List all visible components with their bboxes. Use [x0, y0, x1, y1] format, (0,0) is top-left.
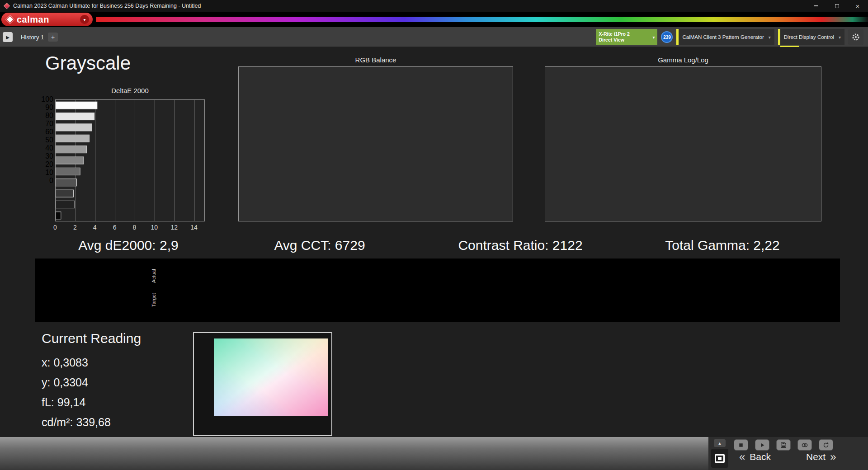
- category-label: 30: [31, 152, 53, 160]
- restore-button[interactable]: [826, 0, 847, 12]
- gamma-plot: [545, 66, 821, 221]
- x-tick-label: 0: [53, 224, 57, 231]
- stat-contrast-ratio: Contrast Ratio: 2122: [458, 238, 582, 253]
- play-button[interactable]: [755, 439, 769, 451]
- deltae-bar-chart: DeltaE 2000 1009080706050403020100 02468…: [24, 87, 213, 236]
- deltae-bar-100: [56, 102, 97, 109]
- add-tab-button[interactable]: +: [48, 33, 58, 42]
- gamma-chart: Gamma Log/Log: [527, 56, 827, 235]
- tab-history-1[interactable]: History 1: [16, 27, 48, 47]
- reading-cdm2: cd/m²: 339,68: [42, 416, 141, 436]
- logo-dropdown-button[interactable]: ▾: [80, 15, 89, 24]
- deltae-x-axis: 02468101214: [55, 223, 205, 232]
- pattern-bar: ▲: [0, 437, 868, 470]
- deltae-bar-0: [56, 212, 61, 219]
- display-control-selector[interactable]: Direct Display Control ▾: [778, 29, 844, 45]
- refresh-button[interactable]: [819, 439, 833, 451]
- tab-bar: ▶ History 1 + X-Rite i1Pro 2 Direct View…: [0, 27, 868, 47]
- stop-button[interactable]: [734, 439, 748, 451]
- minimize-button[interactable]: [806, 0, 826, 12]
- deltae-category-axis: 1009080706050403020100: [31, 99, 53, 221]
- play-icon: [758, 441, 766, 449]
- meter-selector[interactable]: X-Rite i1Pro 2 Direct View ▾: [596, 29, 657, 45]
- calman-window: Calman 2023 Calman Ultimate for Business…: [0, 0, 868, 470]
- gear-icon: [851, 33, 860, 42]
- window-title: Calman 2023 Calman Ultimate for Business…: [13, 3, 201, 9]
- back-chevrons-icon: «: [739, 451, 745, 463]
- back-button[interactable]: « Back: [739, 451, 771, 463]
- deltae-plot: [55, 99, 205, 221]
- gamma-chart-title: Gamma Log/Log: [545, 56, 821, 64]
- next-chevrons-icon: »: [830, 451, 836, 463]
- brand-bar: calman ▾: [0, 12, 868, 27]
- category-label: 70: [31, 120, 53, 128]
- x-tick-label: 10: [151, 224, 158, 231]
- calman-logo-text: calman: [17, 14, 49, 25]
- rgb-balance-chart: RGB Balance: [220, 56, 519, 235]
- refresh-icon: [822, 441, 830, 449]
- display-control-label: Direct Display Control: [784, 34, 834, 40]
- monitor-icon: [715, 454, 725, 463]
- deltae-bar-60: [56, 146, 87, 153]
- meter-name: X-Rite i1Pro 2: [599, 31, 629, 37]
- reading-y: y: 0,3304: [42, 376, 141, 396]
- next-button[interactable]: Next »: [806, 451, 836, 463]
- deltae-chart-title: DeltaE 2000: [55, 87, 205, 94]
- chevron-down-icon: ▾: [652, 35, 655, 40]
- close-icon: ×: [856, 3, 860, 9]
- deltae-bar-40: [56, 168, 80, 175]
- category-label: 60: [31, 128, 53, 136]
- pattern-window-button[interactable]: [711, 449, 728, 468]
- category-label: 90: [31, 103, 53, 112]
- stat-avg-cct: Avg CCT: 6729: [274, 238, 365, 253]
- calman-logo-menu[interactable]: calman ▾: [1, 13, 93, 26]
- stat-total-gamma: Total Gamma: 2,22: [665, 238, 779, 253]
- restore-icon: [835, 4, 839, 8]
- x-tick-label: 14: [190, 224, 198, 231]
- deltae-bar-90: [56, 113, 94, 120]
- expand-panel-button[interactable]: ▲: [714, 439, 726, 447]
- x-tick-label: 2: [73, 224, 77, 231]
- gamma-x-axis: [545, 223, 821, 232]
- pattern-generator-selector[interactable]: CalMAN Client 3 Pattern Generator ▾: [676, 29, 774, 45]
- deltae-bar-30: [56, 179, 76, 186]
- titlebar: Calman 2023 Calman Ultimate for Business…: [0, 0, 868, 12]
- bottom-controls: ▲: [708, 437, 868, 470]
- spectrum-strip: [96, 17, 868, 22]
- category-label: 80: [31, 112, 53, 120]
- reading-fl: fL: 99,14: [42, 396, 141, 416]
- link-button[interactable]: [797, 439, 812, 451]
- deltae-bar-50: [56, 157, 84, 164]
- cie-chromaticity-chart: [193, 332, 332, 436]
- current-reading-panel: Current Reading x: 0,3083 y: 0,3304 fL: …: [42, 331, 141, 436]
- x-tick-label: 12: [170, 224, 178, 231]
- app-gem-icon: [4, 3, 10, 9]
- transport-icons: [734, 439, 833, 451]
- device-cluster: X-Rite i1Pro 2 Direct View ▾ 239 CalMAN …: [596, 29, 863, 45]
- close-button[interactable]: ×: [847, 0, 868, 12]
- meter-count-badge: 239: [661, 31, 673, 43]
- rgb-y-axis: [220, 66, 236, 221]
- meter-mode: Direct View: [599, 37, 629, 43]
- save-button[interactable]: [776, 439, 791, 451]
- deltae-bar-10: [56, 201, 75, 208]
- cie-y-axis: [194, 338, 212, 416]
- settings-button[interactable]: [848, 29, 863, 45]
- target-row-label: Target: [150, 288, 158, 312]
- chevron-down-icon: ▾: [839, 35, 841, 40]
- next-label: Next: [806, 451, 826, 462]
- category-label: 100: [31, 95, 53, 103]
- x-tick-label: 4: [93, 224, 97, 231]
- rgb-x-axis: [238, 223, 513, 232]
- calman-gem-icon: [5, 15, 14, 24]
- x-tick-label: 8: [133, 224, 137, 231]
- category-label: 0: [31, 177, 53, 185]
- save-icon: [779, 441, 788, 449]
- sidebar-toggle-button[interactable]: ▶: [3, 32, 13, 42]
- rgb-plot: [238, 66, 513, 221]
- category-label: 50: [31, 136, 53, 144]
- category-label: 40: [31, 144, 53, 152]
- deltae-bar-80: [56, 124, 92, 131]
- pattern-generator-label: CalMAN Client 3 Pattern Generator: [682, 34, 764, 40]
- stop-icon: [737, 441, 745, 449]
